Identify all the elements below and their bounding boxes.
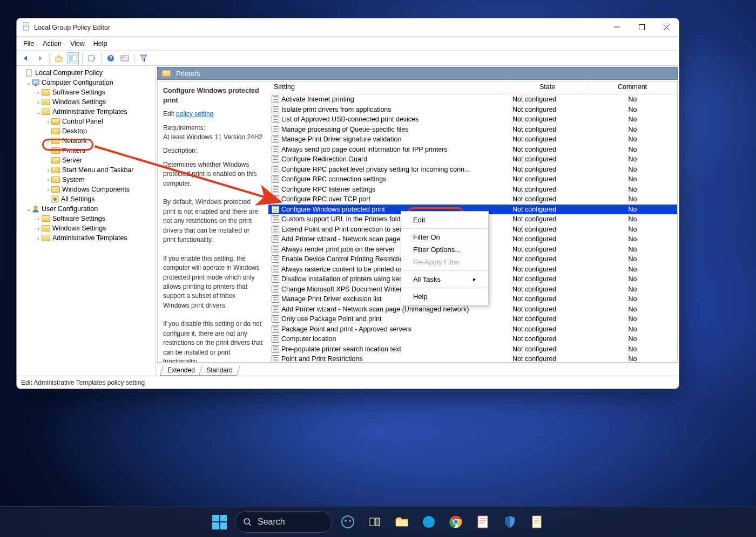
setting-row[interactable]: Computer locationNot configuredNo <box>268 334 677 344</box>
ctx-edit[interactable]: Edit <box>401 214 488 226</box>
svg-point-24 <box>349 520 351 522</box>
tree-root[interactable]: ▾ Local Computer Policy <box>18 68 154 78</box>
edge-button[interactable] <box>417 511 440 534</box>
menu-file[interactable]: File <box>23 40 34 47</box>
up-button[interactable] <box>53 52 65 64</box>
back-button[interactable] <box>20 52 32 64</box>
user-icon <box>32 205 39 213</box>
col-setting[interactable]: Setting <box>268 81 507 94</box>
policy-icon <box>272 96 279 103</box>
ctx-help[interactable]: Help <box>401 290 488 303</box>
tree-control-panel[interactable]: ›Control Panel <box>18 117 154 126</box>
svg-rect-15 <box>35 85 37 86</box>
menu-action[interactable]: Action <box>43 40 62 47</box>
context-menu: Edit Filter On Filter Options... Re-Appl… <box>401 211 489 305</box>
show-hide-tree-button[interactable] <box>67 52 79 64</box>
setting-row[interactable]: Configure RPC connection settingsNot con… <box>268 174 677 185</box>
tree-uc-windows[interactable]: ›Windows Settings <box>18 223 154 233</box>
setting-row[interactable]: Only use Package Point and printNot conf… <box>268 314 677 324</box>
policy-icon <box>272 286 279 293</box>
ctx-filter-options[interactable]: Filter Options... <box>401 243 488 256</box>
properties-button[interactable] <box>119 52 131 64</box>
tree-start-menu[interactable]: ›Start Menu and Taskbar <box>18 165 154 175</box>
req-body: At least Windows 11 Version 24H2 <box>163 133 263 142</box>
close-button[interactable] <box>654 18 679 36</box>
filter-button[interactable] <box>138 52 150 64</box>
col-state[interactable]: State <box>507 81 588 94</box>
folder-icon <box>42 99 50 105</box>
policy-icon <box>25 69 33 77</box>
setting-row[interactable]: Point and Print RestrictionsNot configur… <box>268 354 677 362</box>
svg-rect-12 <box>122 57 124 58</box>
minimize-button[interactable] <box>604 18 629 36</box>
setting-row[interactable]: Always send job page count information f… <box>268 145 677 155</box>
setting-row[interactable]: Manage Print Driver signature validation… <box>268 134 677 145</box>
setting-row[interactable]: Configure RPC listener settingsNot confi… <box>268 185 677 195</box>
tree-uc-software[interactable]: ›Software Settings <box>18 214 154 223</box>
app-icon <box>22 22 31 33</box>
setting-row[interactable]: Add Printer wizard - Network scan page (… <box>268 304 677 315</box>
tree-windows-settings[interactable]: ›Windows Settings <box>18 97 154 107</box>
forward-button[interactable] <box>34 52 46 64</box>
chrome-button[interactable] <box>444 511 467 534</box>
setting-row[interactable]: Activate Internet printingNot configured… <box>268 94 677 105</box>
menu-help[interactable]: Help <box>93 40 107 47</box>
setting-row[interactable]: Package Point and print - Approved serve… <box>268 324 677 335</box>
tree-system[interactable]: ›System <box>18 175 154 185</box>
policy-icon <box>272 235 279 243</box>
menu-view[interactable]: View <box>70 40 85 47</box>
tree-network[interactable]: ›Network <box>18 136 154 146</box>
start-button[interactable] <box>208 511 231 534</box>
policy-icon <box>272 155 279 163</box>
tab-extended[interactable]: Extended <box>160 365 202 376</box>
tree-printers[interactable]: ›Printers <box>18 146 154 155</box>
svg-rect-14 <box>32 80 39 84</box>
folder-icon <box>51 186 60 193</box>
setting-row[interactable]: Pre-populate printer search location tex… <box>268 344 677 355</box>
folder-icon <box>42 215 50 222</box>
taskbar-search[interactable]: Search <box>235 511 332 533</box>
export-button[interactable] <box>86 52 98 64</box>
notepad-button[interactable] <box>471 511 494 534</box>
policy-setting-link[interactable]: policy setting <box>176 110 213 118</box>
setting-row[interactable]: List of Approved USB-connected print dev… <box>268 114 677 125</box>
tree-desktop[interactable]: ›Desktop <box>18 126 154 136</box>
policy-icon <box>272 226 279 233</box>
gpedit-taskbar-button[interactable] <box>525 511 548 534</box>
explorer-button[interactable] <box>390 511 413 534</box>
copilot-button[interactable] <box>336 511 359 534</box>
col-comment[interactable]: Comment <box>588 81 677 94</box>
svg-rect-31 <box>478 516 488 528</box>
policy-icon <box>272 135 279 143</box>
setting-row[interactable]: Configure RPC over TCP portNot configure… <box>268 194 677 205</box>
column-headers[interactable]: Setting State Comment <box>268 81 677 94</box>
setting-row[interactable]: Configure RPC packet level privacy setti… <box>268 165 677 175</box>
svg-rect-6 <box>69 55 72 62</box>
maximize-button[interactable] <box>629 18 654 36</box>
help-button[interactable]: ? <box>105 52 117 64</box>
tree-user-config[interactable]: ⌄ User Configuration <box>18 204 154 214</box>
ctx-all-tasks[interactable]: All Tasks▸ <box>401 273 488 286</box>
tree-admin-templates[interactable]: ⌄Administrative Templates <box>18 107 154 117</box>
policy-icon <box>272 305 279 313</box>
tree-windows-components[interactable]: ›Windows Components <box>18 185 154 194</box>
policy-icon <box>272 355 279 362</box>
svg-point-20 <box>244 519 249 524</box>
security-button[interactable] <box>498 511 521 534</box>
folder-icon <box>51 138 60 144</box>
nav-tree[interactable]: ▾ Local Computer Policy ⌄ Computer Confi… <box>17 66 156 376</box>
tree-software-settings[interactable]: ›Software Settings <box>18 87 154 97</box>
ctx-filter-on[interactable]: Filter On <box>401 231 488 243</box>
titlebar: Local Group Policy Editor <box>17 18 679 37</box>
tree-server[interactable]: ›Server <box>18 155 154 165</box>
tree-computer-config[interactable]: ⌄ Computer Configuration <box>18 78 154 87</box>
svg-point-30 <box>453 520 458 525</box>
gpedit-window: Local Group Policy Editor File Action Vi… <box>16 18 679 389</box>
setting-row[interactable]: Manage processing of Queue-specific file… <box>268 125 677 135</box>
tree-all-settings[interactable]: ›All Settings <box>18 194 154 204</box>
setting-row[interactable]: Configure Redirection GuardNot configure… <box>268 154 677 165</box>
task-view-button[interactable] <box>363 511 386 534</box>
setting-row[interactable]: Isolate print drivers from applicationsN… <box>268 105 677 115</box>
tab-standard[interactable]: Standard <box>199 365 240 376</box>
tree-uc-admin[interactable]: ›Administrative Templates <box>18 233 154 243</box>
